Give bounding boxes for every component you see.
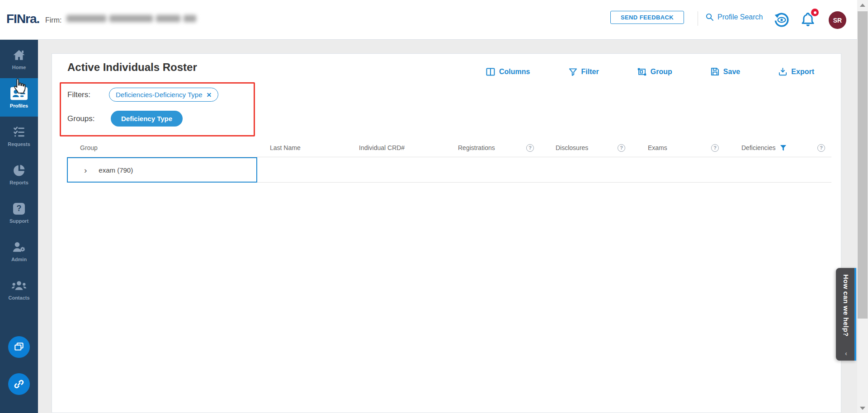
sidebar-item-label: Reports (9, 180, 28, 185)
requests-icon (10, 125, 28, 139)
copy-link-button[interactable] (8, 373, 30, 395)
help-widget-tab[interactable]: How can we help? ‹ (836, 268, 856, 361)
filter-label: Filter (581, 68, 599, 76)
help-icon[interactable]: ? (711, 144, 719, 152)
sidebar-item-label: Support (9, 218, 28, 224)
app-window: FINra. Firm: SEND FEEDBACK Profile Searc… (0, 0, 868, 413)
sidebar-item-home[interactable]: Home (0, 40, 38, 78)
question-glyph: ? (17, 204, 22, 213)
filter-chip-deficiency-type[interactable]: Deficiencies-Deficiency Type ✕ (109, 88, 218, 102)
recently-viewed-button[interactable] (773, 11, 790, 28)
group-chip-deficiency-type[interactable]: Deficiency Type (111, 111, 183, 127)
finra-logo: FINra. (6, 12, 39, 26)
filter-button[interactable]: Filter (569, 67, 599, 76)
scrollbar-thumb[interactable] (858, 11, 868, 319)
groups-label: Groups: (67, 114, 111, 123)
help-icon[interactable]: ? (618, 144, 625, 152)
sidebar-item-label: Requests (8, 141, 30, 147)
scroll-down-arrow[interactable] (857, 404, 868, 412)
columns-icon (486, 68, 495, 76)
expand-chevron-icon[interactable]: › (84, 166, 87, 174)
help-icon[interactable]: ? (526, 144, 534, 152)
admin-icon (10, 240, 28, 254)
sidebar-item-label: Admin (11, 257, 27, 262)
export-label: Export (791, 68, 814, 76)
group-cell-value: exam (790) (99, 166, 133, 174)
column-header-group[interactable]: Group (67, 144, 270, 151)
table-header-row: Group Last Name Individual CRD# Registra… (67, 139, 831, 157)
profile-search-button[interactable]: Profile Search (705, 13, 763, 21)
profiles-icon (10, 87, 28, 100)
sidebar-item-requests[interactable]: Requests (0, 117, 38, 155)
sidebar-nav: Home Profiles (0, 40, 38, 413)
export-icon (778, 67, 787, 76)
sidebar-item-profiles[interactable]: Profiles (0, 78, 38, 117)
firm-label: Firm: (45, 16, 61, 24)
active-filter-funnel-icon (780, 145, 787, 151)
sidebar-item-label: Contacts (8, 295, 29, 300)
sidebar-item-contacts[interactable]: Contacts (0, 270, 38, 309)
filters-label: Filters: (67, 90, 109, 99)
group-button[interactable]: Group (637, 67, 672, 76)
reports-pie-icon (10, 164, 28, 177)
save-button[interactable]: Save (711, 67, 740, 76)
user-avatar[interactable]: SR (829, 11, 846, 29)
filter-chip-label: Deficiencies-Deficiency Type (116, 91, 202, 99)
sidebar-item-admin[interactable]: Admin (0, 232, 38, 270)
firm-name-redacted (66, 15, 196, 22)
link-icon (13, 378, 25, 390)
help-tab-label: How can we help? (842, 274, 850, 337)
multi-window-button[interactable] (8, 336, 30, 358)
column-header-exams[interactable]: Exams ? (648, 144, 741, 152)
table-row-exam-group: › exam (790) (67, 157, 831, 183)
collapse-chevron-icon: ‹ (845, 349, 847, 357)
help-tab-stripe (854, 268, 856, 361)
columns-label: Columns (499, 68, 530, 76)
column-header-last-name[interactable]: Last Name (270, 144, 359, 151)
save-label: Save (723, 68, 740, 76)
remove-filter-icon[interactable]: ✕ (206, 91, 212, 99)
home-icon (10, 48, 28, 62)
scroll-up-arrow[interactable] (857, 1, 868, 9)
filters-row: Filters: Deficiencies-Deficiency Type ✕ (67, 88, 218, 102)
search-icon (705, 13, 714, 21)
roster-panel: Active Individuals Roster Columns Filter (52, 53, 841, 413)
group-icon (637, 68, 646, 76)
group-label: Group (651, 68, 672, 76)
profile-search-label: Profile Search (717, 13, 763, 21)
support-icon: ? (10, 202, 28, 216)
sidebar-item-label: Profiles (10, 103, 28, 108)
grid-toolbar: Columns Filter Group (486, 67, 814, 76)
notifications-button[interactable] (801, 12, 819, 28)
groups-row: Groups: Deficiency Type (67, 111, 183, 127)
page-title: Active Individuals Roster (67, 61, 197, 74)
vertical-scrollbar[interactable] (857, 0, 868, 413)
top-header: FINra. Firm: SEND FEEDBACK Profile Searc… (0, 0, 857, 40)
filter-icon (569, 68, 577, 76)
sidebar-item-reports[interactable]: Reports (0, 155, 38, 193)
column-header-deficiencies[interactable]: Deficiencies ? (741, 144, 831, 152)
sidebar-item-label: Home (12, 65, 26, 70)
export-button[interactable]: Export (778, 67, 814, 76)
group-cell-exam[interactable]: › exam (790) (67, 157, 257, 183)
roster-table: Group Last Name Individual CRD# Registra… (67, 139, 831, 183)
sidebar-item-support[interactable]: ? Support (0, 193, 38, 232)
header-divider (698, 11, 698, 26)
save-icon (711, 67, 719, 76)
send-feedback-button[interactable]: SEND FEEDBACK (610, 11, 684, 24)
contacts-icon (10, 279, 28, 292)
column-header-individual-crd[interactable]: Individual CRD# (359, 144, 458, 151)
help-icon[interactable]: ? (817, 144, 825, 152)
notification-badge (811, 9, 819, 16)
column-header-registrations[interactable]: Registrations ? (458, 144, 556, 152)
windows-icon (13, 341, 25, 353)
column-header-disclosures[interactable]: Disclosures ? (556, 144, 648, 152)
history-eye-icon (773, 11, 790, 28)
columns-button[interactable]: Columns (486, 67, 530, 76)
